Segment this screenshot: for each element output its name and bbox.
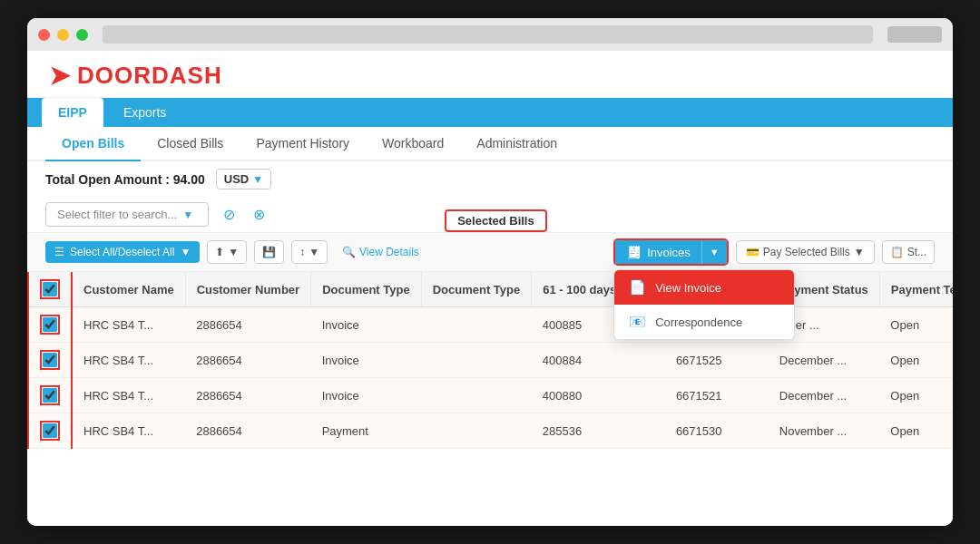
row-checkbox-cell (28, 413, 72, 449)
select-all-checkbox[interactable] (43, 282, 57, 296)
export-icon: ⬆ (215, 246, 224, 258)
cell-days-61-100: 400884 (532, 343, 665, 378)
address-bar[interactable] (103, 25, 873, 44)
row-checkbox[interactable] (43, 353, 57, 367)
document-icon: 📄 (629, 279, 646, 296)
correspondence-label: Correspondence (655, 316, 742, 329)
table-row: HRC SB4 T... 2886654 Invoice 400884 6671… (28, 343, 953, 378)
sort-dropdown-icon: ▼ (309, 246, 319, 258)
app-header: ➤ DOORDASH (27, 51, 953, 98)
save-button[interactable]: 💾 (254, 240, 284, 264)
selected-bills-badge: Selected Bills (445, 209, 547, 232)
cell-document-type2 (421, 413, 532, 449)
credit-card-icon: 💳 (746, 246, 760, 258)
title-bar-control (887, 26, 942, 43)
bills-table: Customer Name Customer Number Document T… (27, 272, 953, 449)
cell-due-date: December ... (769, 343, 880, 378)
cell-document-type2 (421, 378, 532, 413)
view-invoice-label: View Invoice (655, 281, 721, 295)
cell-payment-status: Open (879, 343, 953, 378)
col-header-document-type2: Document Type (421, 272, 532, 307)
cell-customer-number: 2886654 (185, 378, 310, 413)
row-checkbox[interactable] (43, 317, 57, 332)
toolbar: ☰ Select All/Deselect All ▼ ⬆ ▼ 💾 ↕ ▼ 🔍 … (27, 233, 953, 272)
cell-payment-status: Open (879, 307, 953, 343)
cell-customer-number: 2886654 (185, 343, 310, 378)
cell-customer-name: HRC SB4 T... (72, 307, 185, 343)
nav-open-bills[interactable]: Open Bills (45, 127, 141, 161)
cell-payment-status: Open (879, 413, 953, 449)
col-header-customer-name: Customer Name (72, 272, 185, 307)
export-button[interactable]: ⬆ ▼ (207, 240, 247, 264)
row-checkbox-cell (28, 307, 72, 343)
top-nav: EIPP Exports (27, 98, 953, 127)
cell-customer-name: HRC SB4 T... (72, 413, 185, 449)
col-header-checkbox (28, 272, 72, 307)
table-icon: ☰ (54, 246, 64, 258)
filter-icon-2[interactable]: ⊗ (250, 202, 269, 227)
cell-due-date: December ... (769, 378, 880, 413)
table-row: HRC SB4 T... 2886654 Invoice 400885 mber… (28, 307, 953, 343)
invoices-button[interactable]: 🧾 Invoices (615, 240, 701, 264)
filter-placeholder: Select filter to search... (57, 208, 177, 221)
row-checkbox[interactable] (43, 423, 57, 438)
app-logo: DOORDASH (77, 62, 222, 90)
table-container: Customer Name Customer Number Document T… (27, 272, 953, 526)
statement-button[interactable]: 📋 St... (882, 240, 935, 264)
cell-document-type2 (421, 307, 532, 343)
save-icon: 💾 (262, 246, 276, 258)
total-amount-label: Total Open Amount : 94.00 (45, 172, 205, 187)
cell-document-type2 (421, 343, 532, 378)
row-checkbox[interactable] (43, 388, 57, 403)
logo-icon: ➤ (49, 63, 70, 89)
nav-payment-history[interactable]: Payment History (240, 127, 366, 161)
amount-bar: Total Open Amount : 94.00 USD ▼ (27, 161, 953, 197)
cell-days-80: 6671521 (665, 378, 769, 413)
filter-icon-1[interactable]: ⊘ (220, 202, 239, 227)
cell-document-type: Invoice (311, 307, 422, 343)
currency-value: USD (224, 172, 249, 186)
maximize-button[interactable] (76, 29, 88, 41)
cell-due-date: November ... (769, 413, 880, 449)
cell-document-type: Invoice (311, 378, 422, 413)
row-checkbox-cell (28, 378, 72, 413)
title-bar (27, 18, 953, 51)
dropdown-correspondence[interactable]: 📧 Correspondence (614, 305, 794, 339)
cell-document-type: Invoice (311, 343, 422, 378)
nav-workboard[interactable]: Workboard (366, 127, 460, 161)
invoices-dropdown-popup: 📄 View Invoice 📧 Correspondence (613, 269, 795, 340)
cell-days-80: 6671525 (665, 343, 769, 378)
invoices-group-container: 🧾 Invoices ▼ 📄 View Invoice 📧 Correspond… (613, 238, 729, 266)
tab-exports[interactable]: Exports (107, 98, 182, 127)
sort-button[interactable]: ↕ ▼ (291, 240, 328, 264)
main-window: ➤ DOORDASH EIPP Exports Open Bills Close… (27, 18, 953, 526)
nav-administration[interactable]: Administration (460, 127, 573, 161)
dropdown-view-invoice[interactable]: 📄 View Invoice (614, 270, 794, 305)
cell-days-80: 6671530 (665, 413, 769, 449)
filter-search-select[interactable]: Select filter to search... ▼ (45, 202, 209, 227)
statement-icon: 📋 (890, 246, 904, 258)
col-header-customer-number: Customer Number (185, 272, 310, 307)
cell-customer-number: 2886654 (185, 307, 310, 343)
pay-selected-button[interactable]: 💳 Pay Selected Bills ▼ (736, 240, 875, 264)
email-icon: 📧 (629, 314, 646, 330)
invoices-dropdown-button[interactable]: ▼ (701, 240, 727, 264)
cell-payment-status: Open (879, 378, 953, 413)
cell-customer-name: HRC SB4 T... (72, 343, 185, 378)
select-all-button[interactable]: ☰ Select All/Deselect All ▼ (45, 241, 200, 263)
search-icon: 🔍 (342, 246, 356, 258)
currency-dropdown-arrow: ▼ (252, 173, 263, 186)
tab-eipp[interactable]: EIPP (42, 98, 103, 127)
close-button[interactable] (38, 29, 50, 41)
view-details-button[interactable]: 🔍 View Details (335, 241, 426, 263)
invoices-icon: 🧾 (626, 245, 642, 259)
invoices-group: 🧾 Invoices ▼ (613, 238, 729, 266)
export-dropdown-icon: ▼ (228, 246, 239, 258)
minimize-button[interactable] (57, 29, 69, 41)
currency-selector[interactable]: USD ▼ (216, 169, 271, 189)
sort-icon: ↕ (299, 246, 305, 258)
nav-closed-bills[interactable]: Closed Bills (141, 127, 240, 161)
cell-days-61-100: 400880 (532, 378, 665, 413)
cell-customer-number: 2886654 (185, 413, 310, 449)
select-all-dropdown-arrow: ▼ (180, 246, 191, 258)
